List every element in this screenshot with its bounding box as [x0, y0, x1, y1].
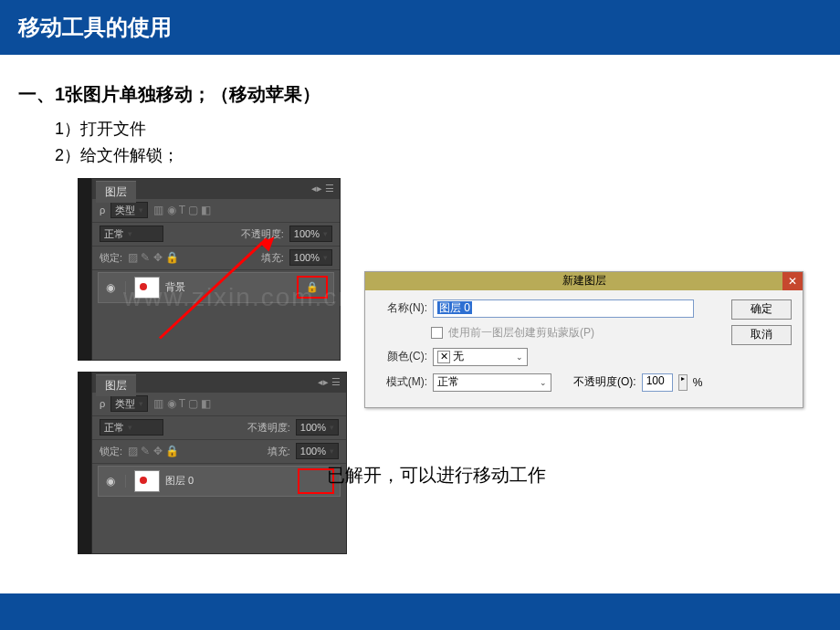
layer-thumbnail: [134, 277, 160, 299]
filter-icon: ρ: [100, 398, 105, 409]
clip-mask-label: 使用前一图层创建剪贴蒙版(P): [448, 325, 594, 341]
filter-type-select[interactable]: 类型 ▾: [110, 202, 148, 218]
ok-button[interactable]: 确定: [731, 299, 792, 320]
fill-value[interactable]: 100%▾: [289, 249, 332, 266]
step-1: 1）打开文件: [55, 116, 822, 142]
percent-label: %: [693, 376, 703, 389]
lock-icons[interactable]: ▨ ✎ ✥ 🔒: [128, 445, 179, 457]
layer-name: 图层 0: [165, 474, 292, 488]
panel-menu-icons[interactable]: ◂▸ ☰: [318, 376, 341, 388]
dialog-body: 名称(N): 图层 0 使用前一图层创建剪贴蒙版(P) 颜色(C): ✕ 无 ⌄…: [365, 290, 803, 408]
lock-row: 锁定: ▨ ✎ ✥ 🔒 填充: 100%▾: [92, 440, 346, 464]
visibility-eye-icon[interactable]: ◉: [104, 475, 117, 488]
layer-name: 背景: [165, 280, 291, 294]
layers-tab[interactable]: 图层: [96, 374, 136, 396]
dlg-opacity-label: 不透明度(O):: [573, 374, 636, 390]
new-layer-dialog: 新建图层 ✕ 名称(N): 图层 0 使用前一图层创建剪贴蒙版(P) 颜色(C)…: [364, 271, 803, 408]
fill-value[interactable]: 100%▾: [296, 443, 339, 459]
dialog-buttons: 确定 取消: [731, 299, 792, 345]
blend-mode-select[interactable]: 正常 ▾: [100, 226, 163, 242]
section-title: 一、1张图片单独移动；（移动苹果）: [18, 82, 822, 107]
color-select[interactable]: ✕ 无 ⌄: [433, 348, 528, 366]
layer-row-unlocked[interactable]: ◉ 图层 0: [98, 466, 341, 497]
blend-row: 正常 ▾ 不透明度: 100%▾: [92, 416, 346, 440]
filter-type-select[interactable]: 类型 ▾: [110, 395, 148, 412]
name-input[interactable]: 图层 0: [433, 299, 694, 318]
fill-label: 填充:: [268, 445, 290, 458]
dlg-opacity-input[interactable]: 100: [642, 373, 673, 392]
slide-header: 移动工具的使用: [0, 0, 840, 55]
step-2: 2）给文件解锁；: [55, 142, 822, 169]
opacity-label: 不透明度:: [247, 421, 290, 435]
step-list: 1）打开文件 2）给文件解锁；: [55, 116, 822, 169]
panel-tabbar: 图层 ◂▸ ☰: [92, 373, 346, 393]
bottom-bar: [0, 593, 840, 630]
lock-icons[interactable]: ▨ ✎ ✥ 🔒: [128, 251, 179, 264]
dialog-title: 新建图层: [562, 273, 606, 289]
mode-label: 模式(M):: [376, 374, 427, 390]
layer-lock-icon[interactable]: 🔒: [297, 276, 328, 299]
filter-icon: ρ: [100, 205, 105, 215]
visibility-eye-icon[interactable]: ◉: [104, 281, 117, 294]
opacity-value[interactable]: 100%▾: [296, 419, 339, 436]
close-icon[interactable]: ✕: [782, 272, 803, 290]
lock-label: 锁定:: [100, 445, 122, 458]
lock-label: 锁定:: [100, 251, 122, 265]
panel-tabbar: 图层 ◂▸ ☰: [92, 179, 340, 199]
clip-mask-checkbox: [431, 327, 443, 339]
mode-select[interactable]: 正常⌄: [433, 373, 551, 392]
slide-title: 移动工具的使用: [18, 13, 172, 42]
cancel-button[interactable]: 取消: [731, 325, 792, 345]
layers-panel-locked: 图层 ◂▸ ☰ ρ 类型 ▾ ▥ ◉ T ▢ ◧ 正常 ▾ 不透明度: 100%…: [91, 178, 341, 361]
dialog-titlebar[interactable]: 新建图层 ✕: [365, 272, 803, 290]
slide-content: 一、1张图片单独移动；（移动苹果） 1）打开文件 2）给文件解锁； 图层 ◂▸ …: [0, 55, 840, 598]
screenshots-area: 图层 ◂▸ ☰ ρ 类型 ▾ ▥ ◉ T ▢ ◧ 正常 ▾ 不透明度: 100%…: [55, 178, 822, 571]
caption-text: 已解开，可以进行移动工作: [327, 463, 546, 488]
opacity-value[interactable]: 100%▾: [289, 226, 332, 242]
filter-icons[interactable]: ▥ ◉ T ▢ ◧: [153, 204, 211, 216]
fill-label: 填充:: [261, 251, 284, 265]
layers-tab[interactable]: 图层: [96, 181, 136, 203]
layer-thumbnail: [134, 470, 160, 492]
name-label: 名称(N):: [376, 300, 427, 316]
panel-menu-icons[interactable]: ◂▸ ☰: [311, 183, 334, 194]
filter-icons[interactable]: ▥ ◉ T ▢ ◧: [153, 397, 211, 410]
layers-panel-unlocked: 图层 ◂▸ ☰ ρ 类型 ▾ ▥ ◉ T ▢ ◧ 正常 ▾ 不透明度: 100%…: [91, 372, 347, 554]
color-label: 颜色(C):: [376, 349, 427, 364]
opacity-spinner[interactable]: ▸: [678, 374, 688, 391]
lock-row: 锁定: ▨ ✎ ✥ 🔒 填充: 100%▾: [92, 247, 340, 270]
blend-mode-select[interactable]: 正常 ▾: [100, 419, 163, 436]
blend-row: 正常 ▾ 不透明度: 100%▾: [92, 223, 340, 247]
